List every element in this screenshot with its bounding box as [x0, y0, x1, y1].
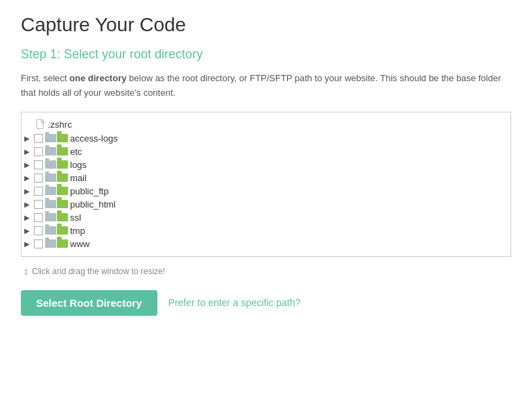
folder-back-icon	[45, 213, 56, 221]
folder-front-icon	[57, 187, 68, 195]
folder-name: access-logs	[70, 133, 118, 144]
expand-arrow: ▶	[24, 214, 33, 221]
expand-arrow: ▶	[24, 174, 33, 182]
folder-icon-pair	[45, 187, 68, 195]
folder-back-icon	[45, 147, 56, 155]
list-item[interactable]: .zshrc	[22, 118, 510, 132]
item-checkbox[interactable]	[34, 174, 43, 183]
specific-path-link[interactable]: Prefer to enter a specific path?	[169, 297, 301, 308]
folder-icon-pair	[45, 160, 68, 169]
resize-hint-text: Click and drag the window to resize!	[32, 267, 165, 276]
description-text-1: First, select	[21, 73, 69, 83]
folder-back-icon	[45, 160, 56, 169]
expand-arrow: ▶	[24, 148, 33, 155]
list-item[interactable]: ▶ public_ftp	[22, 185, 510, 198]
item-checkbox[interactable]	[34, 134, 43, 143]
expand-arrow: ▶	[24, 161, 33, 169]
folder-name: etc	[70, 146, 82, 157]
root-file-name: .zshrc	[48, 119, 72, 130]
item-checkbox[interactable]	[34, 239, 43, 248]
folder-back-icon	[45, 200, 56, 208]
file-icon	[35, 119, 45, 130]
folder-back-icon	[45, 174, 56, 182]
folder-back-icon	[45, 239, 56, 248]
file-tree-container: .zshrc ▶ access-logs ▶ etc ▶	[21, 112, 511, 257]
list-item[interactable]: ▶ public_html	[22, 198, 510, 211]
folder-front-icon	[57, 160, 68, 169]
description: First, select one directory below as the…	[21, 71, 511, 101]
folder-front-icon	[57, 174, 68, 182]
folder-name: public_ftp	[70, 186, 109, 196]
expand-arrow: ▶	[24, 240, 33, 248]
folder-name: logs	[70, 160, 87, 170]
folder-icon-pair	[45, 174, 68, 182]
file-tree-scroll[interactable]: .zshrc ▶ access-logs ▶ etc ▶	[22, 112, 510, 256]
folder-name: public_html	[70, 199, 116, 210]
folder-front-icon	[57, 147, 68, 155]
page-title: Capture Your Code	[21, 14, 511, 36]
folder-name: www	[70, 239, 89, 249]
select-root-button[interactable]: Select Root Directory	[21, 290, 157, 316]
list-item[interactable]: ▶ logs	[22, 158, 510, 171]
folder-front-icon	[57, 134, 68, 142]
folder-icon-pair	[45, 134, 68, 142]
list-item[interactable]: ▶ access-logs	[22, 132, 510, 145]
folder-back-icon	[45, 134, 56, 142]
description-bold: one directory	[69, 73, 126, 83]
item-checkbox[interactable]	[34, 187, 43, 196]
item-checkbox[interactable]	[34, 200, 43, 209]
item-checkbox[interactable]	[34, 147, 43, 156]
expand-arrow: ▶	[24, 201, 33, 208]
list-item[interactable]: ▶ tmp	[22, 224, 510, 237]
step-title: Step 1: Select your root directory	[21, 47, 511, 62]
folder-back-icon	[45, 226, 56, 235]
folder-front-icon	[57, 226, 68, 235]
folder-name: mail	[70, 173, 87, 183]
folder-icon-pair	[45, 147, 68, 155]
expand-arrow: ▶	[24, 187, 33, 195]
folder-front-icon	[57, 239, 68, 248]
folder-name: tmp	[70, 226, 85, 236]
list-item[interactable]: ▶ etc	[22, 145, 510, 158]
list-item[interactable]: ▶ www	[22, 237, 510, 251]
folder-icon-pair	[45, 226, 68, 235]
folder-name: ssl	[70, 212, 81, 223]
resize-icon: ↕	[24, 266, 28, 277]
list-item[interactable]: ▶ mail	[22, 171, 510, 185]
folder-front-icon	[57, 200, 68, 208]
item-checkbox[interactable]	[34, 213, 43, 222]
list-item[interactable]: ▶ ssl	[22, 211, 510, 224]
action-row: Select Root Directory Prefer to enter a …	[21, 290, 511, 316]
folder-icon-pair	[45, 200, 68, 208]
folder-front-icon	[57, 213, 68, 221]
expand-arrow: ▶	[24, 135, 33, 142]
folder-icon-pair	[45, 213, 68, 221]
item-checkbox[interactable]	[34, 226, 43, 235]
folder-back-icon	[45, 187, 56, 195]
resize-hint: ↕ Click and drag the window to resize!	[21, 262, 511, 280]
expand-arrow: ▶	[24, 227, 33, 235]
folder-icon-pair	[45, 239, 68, 248]
item-checkbox[interactable]	[34, 160, 43, 169]
